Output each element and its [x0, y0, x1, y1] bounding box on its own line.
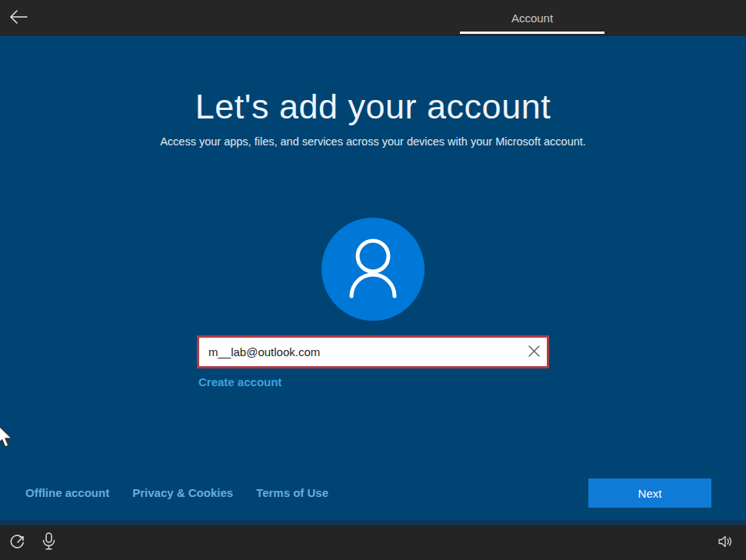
- create-account-link[interactable]: Create account: [198, 375, 281, 388]
- email-field-container: [197, 335, 549, 368]
- close-icon: [528, 345, 540, 359]
- page-title: Let's add your account: [0, 87, 746, 127]
- back-button[interactable]: [5, 5, 32, 31]
- next-button[interactable]: Next: [588, 478, 711, 508]
- clear-input-button[interactable]: [521, 338, 547, 366]
- volume-button[interactable]: [709, 525, 740, 560]
- tab-active-underline: [460, 32, 604, 34]
- offline-account-link[interactable]: Offline account: [25, 486, 109, 499]
- footer-links: Offline account Privacy & Cookies Terms …: [25, 486, 328, 499]
- oobe-account-screen: Account Let's add your account Access yo…: [0, 0, 746, 560]
- privacy-cookies-link[interactable]: Privacy & Cookies: [132, 486, 233, 499]
- microphone-button[interactable]: [33, 525, 64, 560]
- taskbar: [0, 525, 746, 560]
- ease-of-access-button[interactable]: [2, 525, 33, 560]
- main-content: Let's add your account Access your apps,…: [0, 36, 746, 520]
- page-subtitle: Access your apps, files, and services ac…: [0, 135, 746, 148]
- email-input[interactable]: [199, 338, 521, 366]
- tab-account-label: Account: [511, 12, 553, 25]
- back-arrow-icon: [9, 10, 28, 26]
- tab-account[interactable]: Account: [460, 0, 604, 36]
- titlebar: Account: [0, 0, 746, 36]
- ease-of-access-icon: [8, 532, 27, 553]
- microphone-icon: [42, 532, 55, 554]
- volume-icon: [718, 535, 732, 550]
- taskbar-top-shadow: [0, 520, 746, 525]
- terms-of-use-link[interactable]: Terms of Use: [256, 486, 328, 499]
- user-icon: [342, 235, 404, 304]
- avatar: [321, 218, 425, 321]
